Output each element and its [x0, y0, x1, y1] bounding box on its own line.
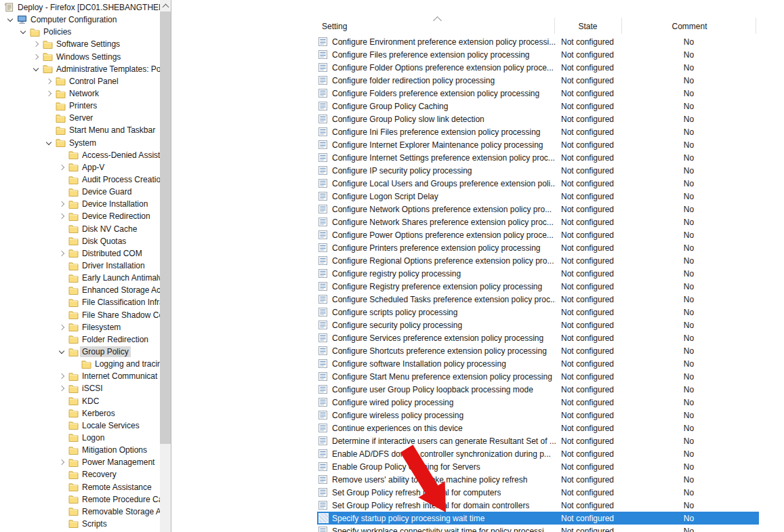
tree-scrollbar[interactable] [160, 0, 171, 532]
setting-row[interactable]: Configure Power Options preference exten… [317, 228, 759, 241]
tree-item[interactable]: Mitigation Options [0, 444, 160, 456]
setting-row[interactable]: Continue experiences on this deviceNot c… [317, 422, 759, 434]
tree-item[interactable]: Disk Quotas [0, 235, 160, 247]
tree-item[interactable]: Computer Configuration [0, 14, 160, 26]
scrollbar-thumb[interactable] [160, 12, 171, 444]
column-header-setting[interactable]: Setting [322, 22, 347, 31]
setting-row[interactable]: Configure wired policy processingNot con… [317, 396, 759, 409]
tree-item[interactable]: Folder Redirection [0, 333, 160, 346]
setting-row[interactable]: Configure Group Policy CachingNot config… [317, 100, 759, 112]
tree-item[interactable]: Start Menu and Taskbar [0, 124, 160, 136]
column-divider[interactable] [554, 18, 555, 34]
tree-item[interactable]: Remote Assistance [0, 480, 160, 493]
setting-row[interactable]: Configure Scheduled Tasks preference ext… [317, 293, 759, 306]
tree-item[interactable]: Scripts [0, 518, 160, 530]
setting-row[interactable]: Configure Logon Script DelayNot configur… [317, 190, 759, 203]
tree-item[interactable]: KDC [0, 395, 160, 407]
tree-expander-closed-icon[interactable] [44, 91, 56, 96]
tree-expander-closed-icon[interactable] [57, 214, 68, 218]
tree-item[interactable]: Remote Procedure Ca [0, 493, 160, 506]
tree-item[interactable]: Device Installation [0, 198, 160, 210]
tree-expander-closed-icon[interactable] [57, 202, 68, 206]
tree-item[interactable]: Removable Storage A [0, 506, 160, 518]
setting-row[interactable]: Configure security policy processingNot … [317, 319, 759, 331]
column-header-state[interactable]: State [556, 22, 620, 31]
tree-item[interactable]: App-V [0, 161, 160, 173]
setting-row[interactable]: Specify workplace connectivity wait time… [317, 525, 759, 532]
tree-item[interactable]: Printers [0, 100, 160, 112]
tree-item[interactable]: File Share Shadow Cop [0, 309, 160, 321]
setting-row[interactable]: Configure user Group Policy loopback pro… [317, 383, 759, 396]
tree-item[interactable]: Enhanced Storage Acc [0, 284, 160, 296]
tree-item[interactable]: Network [0, 87, 160, 100]
tree-item[interactable]: Distributed COM [0, 247, 160, 260]
column-divider[interactable] [756, 18, 756, 34]
tree-item[interactable]: Power Management [0, 456, 160, 468]
setting-row[interactable]: Configure Printers preference extension … [317, 241, 759, 254]
tree-item[interactable]: Deploy - Firefox [DC01.SHEBANGTHED [0, 1, 160, 14]
setting-row[interactable]: Configure Ini Files preference extension… [317, 125, 759, 138]
tree-expander-open-icon[interactable] [44, 142, 56, 144]
tree-item[interactable]: Device Redirection [0, 210, 160, 222]
setting-row[interactable]: Enable AD/DFS domain controller synchron… [317, 447, 759, 460]
tree-item[interactable]: Logging and tracin [0, 358, 160, 370]
tree-item[interactable]: Logon [0, 432, 160, 444]
tree-item[interactable]: Disk NV Cache [0, 223, 160, 235]
column-divider[interactable] [621, 18, 622, 34]
tree-item[interactable]: Access-Denied Assista [0, 149, 160, 161]
setting-row[interactable]: Configure Files preference extension pol… [317, 48, 759, 61]
tree-item[interactable]: Software Settings [0, 38, 160, 50]
tree-item[interactable]: iSCSI [0, 382, 160, 394]
setting-row[interactable]: Configure Network Options preference ext… [317, 203, 759, 216]
tree-expander-closed-icon[interactable] [44, 79, 56, 83]
tree-item[interactable]: Policies [0, 26, 160, 38]
tree-item[interactable]: Early Launch Antimalw [0, 272, 160, 284]
tree-item[interactable]: Group Policy [0, 346, 160, 358]
setting-row-selected[interactable]: Specify startup policy processing wait t… [317, 512, 759, 525]
setting-row[interactable]: Configure software Installation policy p… [317, 357, 759, 370]
tree-expander-closed-icon[interactable] [57, 460, 68, 464]
setting-row[interactable]: Configure Folder Options preference exte… [317, 61, 759, 74]
setting-row[interactable]: Configure Start Menu preference extensio… [317, 370, 759, 383]
column-header-comment[interactable]: Comment [623, 22, 756, 31]
tree-item[interactable]: Filesystem [0, 321, 160, 333]
setting-row[interactable]: Set Group Policy refresh interval for co… [317, 486, 759, 499]
setting-row[interactable]: Configure Shortcuts preference extension… [317, 344, 759, 357]
tree-item[interactable]: Administrative Templates: Po [0, 63, 160, 75]
tree-expander-open-icon[interactable] [5, 18, 17, 21]
tree-item[interactable]: Recovery [0, 468, 160, 480]
tree-item[interactable]: Server [0, 112, 160, 124]
tree-expander-open-icon[interactable] [18, 30, 30, 33]
tree-item[interactable]: Internet Communicat [0, 370, 160, 382]
tree-item[interactable]: Driver Installation [0, 260, 160, 272]
tree-item[interactable]: System [0, 137, 160, 149]
tree-expander-closed-icon[interactable] [57, 251, 68, 255]
setting-row[interactable]: Configure Local Users and Groups prefere… [317, 177, 759, 190]
setting-row[interactable]: Enable Group Policy Caching for ServersN… [317, 460, 759, 473]
setting-row[interactable]: Configure Services preference extension … [317, 331, 759, 344]
tree-expander-closed-icon[interactable] [57, 165, 68, 169]
tree-expander-closed-icon[interactable] [57, 374, 68, 378]
tree-item[interactable]: Windows Settings [0, 51, 160, 63]
tree-expander-closed-icon[interactable] [57, 386, 68, 390]
tree-item[interactable]: Control Panel [0, 75, 160, 87]
tree-expander-closed-icon[interactable] [57, 325, 68, 329]
setting-row[interactable]: Configure Regional Options preference ex… [317, 254, 759, 267]
setting-row[interactable]: Configure Network Shares preference exte… [317, 216, 759, 228]
tree-expander-closed-icon[interactable] [31, 42, 43, 46]
tree-expander-closed-icon[interactable] [31, 55, 43, 59]
setting-row[interactable]: Configure scripts policy processingNot c… [317, 306, 759, 319]
tree-item[interactable]: Kerberos [0, 407, 160, 420]
setting-row[interactable]: Configure Internet Settings preference e… [317, 151, 759, 164]
scroll-up-icon[interactable] [160, 0, 171, 12]
setting-row[interactable]: Configure Registry preference extension … [317, 280, 759, 293]
setting-row[interactable]: Remove users' ability to invoke machine … [317, 473, 759, 486]
setting-row[interactable]: Configure registry policy processingNot … [317, 267, 759, 280]
setting-row[interactable]: Configure folder redirection policy proc… [317, 74, 759, 87]
tree-item[interactable]: File Classification Infra [0, 296, 160, 308]
setting-row[interactable]: Configure Internet Explorer Maintenance … [317, 138, 759, 151]
tree-item[interactable]: Locale Services [0, 420, 160, 432]
setting-row[interactable]: Configure Folders preference extension p… [317, 87, 759, 100]
tree-expander-open-icon[interactable] [57, 350, 68, 353]
setting-row[interactable]: Configure Environment preference extensi… [317, 35, 759, 48]
